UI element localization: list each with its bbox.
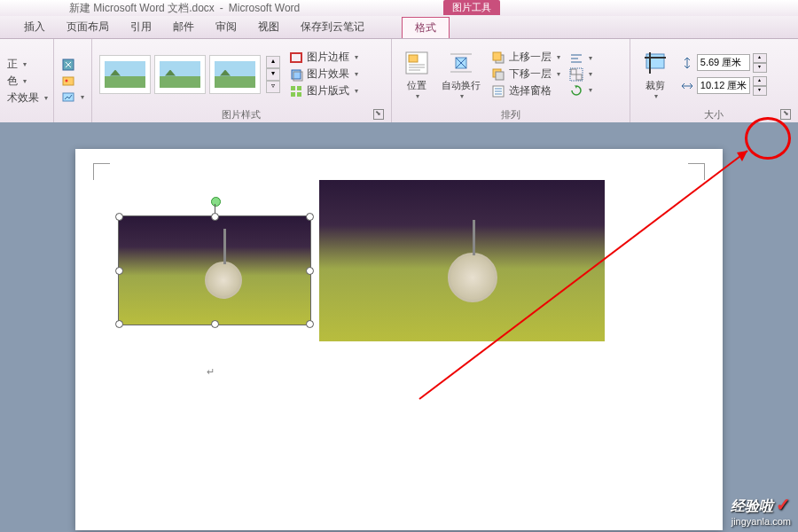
resize-handle-nw[interactable] bbox=[115, 213, 123, 221]
group-icon bbox=[569, 67, 583, 82]
picture-styles-gallery[interactable] bbox=[98, 53, 262, 96]
selection-pane-icon bbox=[491, 84, 505, 98]
svg-rect-20 bbox=[493, 52, 501, 60]
tab-insert[interactable]: 插入 bbox=[13, 16, 56, 38]
check-icon: ✓ bbox=[776, 495, 791, 514]
svg-rect-31 bbox=[576, 74, 582, 80]
reset-icon bbox=[61, 90, 75, 104]
border-icon bbox=[289, 51, 303, 65]
svg-rect-1 bbox=[63, 77, 74, 85]
bring-forward-button[interactable]: 上移一层▾ bbox=[489, 49, 562, 66]
app-title: Microsoft Word bbox=[229, 2, 300, 14]
height-down[interactable]: ▾ bbox=[753, 63, 767, 73]
svg-rect-9 bbox=[291, 92, 295, 97]
align-icon bbox=[569, 51, 583, 66]
height-icon bbox=[680, 56, 694, 70]
corrections-button[interactable]: 正▾ bbox=[5, 56, 50, 73]
paragraph-mark: ↵ bbox=[207, 366, 215, 378]
align-button[interactable]: ▾ bbox=[567, 51, 594, 66]
resize-handle-n[interactable] bbox=[211, 213, 219, 221]
style-thumb-2[interactable] bbox=[154, 55, 206, 94]
ribbon-tabs: 插入 页面布局 引用 邮件 审阅 视图 保存到云笔记 格式 bbox=[0, 16, 798, 39]
bring-forward-icon bbox=[491, 51, 505, 65]
svg-point-2 bbox=[66, 80, 68, 82]
layout-icon bbox=[289, 84, 303, 98]
wrap-icon bbox=[447, 49, 475, 77]
tab-view[interactable]: 视图 bbox=[247, 16, 290, 38]
style-thumb-3[interactable] bbox=[209, 55, 261, 94]
margin-corner-tl bbox=[93, 163, 110, 180]
context-tool-label: 图片工具 bbox=[443, 0, 500, 15]
svg-rect-30 bbox=[571, 69, 576, 74]
size-dialog-launcher[interactable]: ⬊ bbox=[780, 109, 791, 120]
svg-rect-22 bbox=[496, 72, 504, 80]
change-picture-button[interactable] bbox=[59, 73, 86, 89]
resize-handle-sw[interactable] bbox=[115, 320, 123, 328]
svg-rect-10 bbox=[297, 92, 301, 97]
watermark: 经验啦 ✓ jingyanla.com bbox=[731, 494, 791, 527]
wrap-text-button[interactable]: 自动换行▾ bbox=[436, 47, 486, 102]
svg-rect-12 bbox=[409, 55, 418, 62]
artistic-effects-button[interactable]: 术效果▾ bbox=[5, 90, 50, 106]
style-thumb-1[interactable] bbox=[99, 55, 151, 94]
annotation-circle bbox=[745, 117, 791, 160]
compress-pictures-button[interactable] bbox=[59, 57, 86, 73]
tab-page-layout[interactable]: 页面布局 bbox=[56, 16, 120, 38]
width-icon bbox=[680, 79, 694, 93]
picture-large[interactable] bbox=[319, 180, 605, 341]
position-icon bbox=[403, 49, 431, 77]
document-area: ↵ bbox=[0, 122, 798, 532]
svg-rect-8 bbox=[297, 86, 301, 90]
position-button[interactable]: 位置▾ bbox=[397, 47, 436, 102]
effects-icon bbox=[289, 67, 303, 82]
svg-rect-4 bbox=[291, 53, 301, 62]
resize-handle-s[interactable] bbox=[211, 320, 219, 328]
rotate-icon bbox=[569, 83, 583, 98]
selection-pane-button[interactable]: 选择窗格 bbox=[489, 82, 562, 99]
picture-layout-button[interactable]: 图片版式▾ bbox=[287, 82, 360, 99]
reset-picture-button[interactable]: ▾ bbox=[59, 89, 86, 105]
height-input[interactable] bbox=[697, 54, 750, 71]
width-input[interactable] bbox=[697, 77, 750, 94]
gallery-more-button[interactable]: ▿ bbox=[266, 81, 280, 93]
pocket-watch-icon bbox=[205, 262, 242, 299]
group-button[interactable]: ▾ bbox=[567, 66, 594, 82]
contextual-tab-group: 图片工具 bbox=[443, 0, 500, 15]
gallery-down-button[interactable]: ▾ bbox=[266, 68, 280, 81]
title-bar: 新建 Microsoft Word 文档.docx - Microsoft Wo… bbox=[0, 0, 798, 16]
tab-cloud-save[interactable]: 保存到云笔记 bbox=[290, 16, 375, 38]
rotate-handle[interactable] bbox=[211, 197, 221, 207]
width-up[interactable]: ▴ bbox=[753, 76, 767, 86]
send-backward-button[interactable]: 下移一层▾ bbox=[489, 66, 562, 82]
color-button[interactable]: 色▾ bbox=[5, 73, 50, 90]
compress-icon bbox=[61, 58, 75, 72]
pocket-watch-icon bbox=[448, 253, 497, 302]
crop-button[interactable]: 裁剪▾ bbox=[636, 47, 675, 102]
page[interactable]: ↵ bbox=[75, 149, 723, 530]
resize-handle-w[interactable] bbox=[115, 267, 123, 275]
height-up[interactable]: ▴ bbox=[753, 53, 767, 63]
tab-format[interactable]: 格式 bbox=[402, 17, 450, 38]
crop-icon bbox=[641, 49, 669, 77]
group-arrange-label: 排列 bbox=[397, 106, 624, 123]
rotate-button[interactable]: ▾ bbox=[567, 82, 594, 98]
group-styles-label: 图片样式⬊ bbox=[98, 106, 386, 123]
margin-corner-tr bbox=[688, 163, 705, 180]
picture-effects-button[interactable]: 图片效果▾ bbox=[287, 66, 360, 82]
width-down[interactable]: ▾ bbox=[753, 86, 767, 96]
picture-border-button[interactable]: 图片边框▾ bbox=[287, 49, 360, 66]
resize-handle-ne[interactable] bbox=[306, 213, 314, 221]
tab-mailings[interactable]: 邮件 bbox=[162, 16, 205, 38]
tab-review[interactable]: 审阅 bbox=[205, 16, 247, 38]
svg-rect-7 bbox=[291, 86, 295, 90]
send-backward-icon bbox=[491, 67, 505, 82]
doc-title: 新建 Microsoft Word 文档.docx bbox=[69, 1, 215, 16]
tab-references[interactable]: 引用 bbox=[120, 16, 162, 38]
resize-handle-e[interactable] bbox=[306, 267, 314, 275]
ribbon: 正▾ 色▾ 术效果▾ ▾ ▴ bbox=[0, 39, 798, 124]
change-picture-icon bbox=[61, 74, 75, 88]
resize-handle-se[interactable] bbox=[306, 320, 314, 328]
styles-dialog-launcher[interactable]: ⬊ bbox=[373, 109, 384, 120]
picture-small-selected[interactable] bbox=[118, 215, 311, 325]
gallery-up-button[interactable]: ▴ bbox=[266, 56, 280, 68]
